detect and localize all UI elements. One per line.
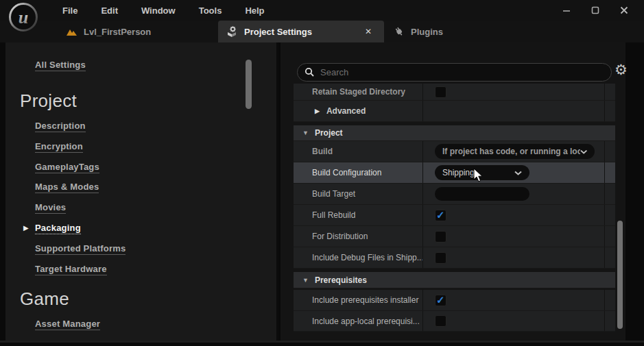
- include-prerequisites-installer-checkbox[interactable]: [435, 295, 446, 306]
- section-label: Prerequisites: [315, 275, 367, 285]
- tab-level-label: Lvl_FirstPerson: [84, 27, 151, 37]
- close-tab-icon[interactable]: ✕: [361, 25, 376, 38]
- setting-label: Retain Staged Directory: [294, 84, 423, 100]
- setting-row-include-prerequisites-installer[interactable]: Include prerequisites installer: [294, 290, 615, 311]
- sidebar-item-supported-platforms[interactable]: Supported Platforms: [35, 243, 126, 255]
- sidebar-item-asset-manager[interactable]: Asset Manager: [35, 319, 100, 330]
- sidebar-item-packaging[interactable]: Packaging: [35, 223, 81, 234]
- include-app-local-prerequisites-checkbox[interactable]: [435, 315, 446, 327]
- titlebar: u File Edit Window Tools Help: [0, 0, 644, 21]
- setting-row-include-app-local-prerequisites[interactable]: Include app-local prerequisi...: [294, 311, 615, 332]
- section-label: Project: [315, 128, 343, 138]
- setting-row-full-rebuild[interactable]: Full Rebuild: [294, 205, 615, 226]
- menu-edit[interactable]: Edit: [89, 5, 130, 16]
- setting-row-build-target[interactable]: Build Target: [294, 184, 615, 205]
- level-mountain-icon: [66, 27, 77, 36]
- sidebar-item-movies[interactable]: Movies: [35, 202, 66, 214]
- setting-label: Build Configuration: [294, 162, 423, 183]
- setting-row-include-debug-files[interactable]: Include Debug Files in Shipp...: [294, 247, 615, 269]
- section-header-prerequisites[interactable]: ▼ Prerequisites: [294, 272, 615, 288]
- expanded-arrow-icon: ▼: [302, 129, 309, 136]
- settings-sidebar: All Settings Project Description Encrypt…: [5, 42, 276, 341]
- full-rebuild-checkbox[interactable]: [435, 210, 446, 221]
- advanced-label: Advanced: [326, 106, 366, 116]
- setting-label: Build: [294, 141, 423, 162]
- chevron-down-icon: [580, 149, 587, 154]
- plugins-plug-icon: [394, 26, 405, 37]
- tab-plugins-label: Plugins: [411, 27, 443, 37]
- tab-bar: Lvl_FirstPerson Project Settings ✕: [0, 21, 644, 42]
- for-distribution-checkbox[interactable]: [435, 231, 446, 243]
- setting-row-build[interactable]: Build If project has code, or running a …: [294, 141, 615, 162]
- include-debug-files-checkbox[interactable]: [435, 252, 446, 264]
- tab-level[interactable]: Lvl_FirstPerson: [66, 21, 151, 42]
- unreal-logo-icon[interactable]: u: [8, 2, 38, 32]
- setting-label: Include prerequisites installer: [294, 290, 423, 310]
- retain-staged-directory-checkbox[interactable]: [435, 86, 446, 98]
- setting-label: Include Debug Files in Shipp...: [294, 247, 423, 268]
- menu-window[interactable]: Window: [130, 5, 187, 16]
- expanded-arrow-icon: ▼: [302, 277, 309, 284]
- window-controls: [552, 0, 639, 21]
- settings-rows: Retain Staged Directory ▶ Advanced ▼ Pro…: [294, 84, 615, 332]
- tab-project-settings-label: Project Settings: [244, 27, 312, 37]
- build-dropdown-value: If project has code, or running a local: [442, 147, 580, 156]
- menu-help[interactable]: Help: [233, 5, 276, 16]
- sidebar-item-description[interactable]: Description: [35, 121, 86, 132]
- setting-label: Include app-local prerequisi...: [294, 311, 423, 331]
- setting-row-build-configuration[interactable]: Build Configuration Shipping: [294, 162, 615, 184]
- sidebar-item-all-settings[interactable]: All Settings: [35, 60, 86, 71]
- sidebar-item-target-hardware[interactable]: Target Hardware: [35, 264, 107, 275]
- sidebar-item-maps-modes[interactable]: Maps & Modes: [35, 182, 99, 193]
- section-header-project[interactable]: ▼ Project: [294, 125, 615, 141]
- build-target-input[interactable]: [435, 187, 529, 201]
- build-dropdown[interactable]: If project has code, or running a local: [435, 144, 595, 159]
- search-bar[interactable]: [297, 63, 612, 82]
- setting-row-retain-staged-directory[interactable]: Retain Staged Directory: [294, 84, 615, 101]
- mouse-cursor: [473, 168, 484, 186]
- panel-divider: [277, 42, 278, 341]
- selected-item-arrow-icon: ▶: [23, 224, 29, 232]
- minimize-icon[interactable]: [552, 0, 581, 21]
- maximize-icon[interactable]: [581, 0, 610, 21]
- search-input[interactable]: [320, 67, 604, 77]
- project-settings-icon: [226, 26, 238, 38]
- menu-bar: File Edit Window Tools Help: [51, 0, 276, 21]
- setting-label: For Distribution: [294, 226, 423, 247]
- sidebar-category-project: Project: [20, 90, 77, 112]
- sidebar-item-encryption[interactable]: Encryption: [35, 141, 83, 153]
- sidebar-item-gameplaytags[interactable]: GameplayTags: [35, 162, 99, 173]
- search-icon: [305, 67, 315, 77]
- sidebar-scrollbar[interactable]: [246, 60, 252, 109]
- window-bottom-edge: [0, 341, 644, 343]
- svg-text:u: u: [19, 8, 28, 27]
- setting-label: Full Rebuild: [294, 205, 423, 225]
- settings-gear-icon[interactable]: ⚙: [615, 62, 628, 77]
- collapsed-arrow-icon: ▶: [315, 108, 320, 114]
- setting-label: Build Target: [294, 184, 423, 204]
- settings-panel: ⚙ Retain Staged Directory ▶ Advanced ▼ P…: [281, 42, 625, 341]
- menu-tools[interactable]: Tools: [187, 5, 234, 16]
- tab-project-settings[interactable]: Project Settings ✕: [218, 21, 384, 42]
- setting-row-for-distribution[interactable]: For Distribution: [294, 226, 615, 247]
- settings-scrollbar[interactable]: [617, 221, 623, 329]
- setting-row-advanced[interactable]: ▶ Advanced: [294, 101, 615, 122]
- close-window-icon[interactable]: [610, 0, 639, 21]
- menu-file[interactable]: File: [51, 5, 89, 16]
- chevron-down-icon: [514, 171, 522, 175]
- sidebar-category-game: Game: [20, 288, 69, 310]
- tab-plugins[interactable]: Plugins: [394, 21, 443, 42]
- build-configuration-value: Shipping: [442, 168, 475, 177]
